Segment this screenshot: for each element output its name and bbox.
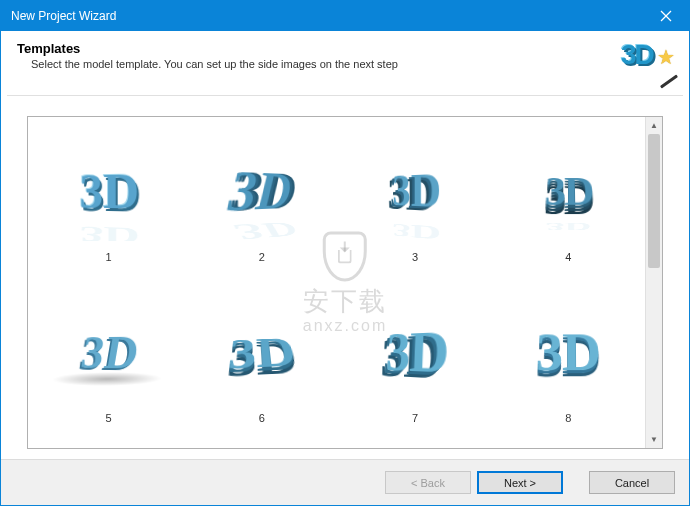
wizard-window: New Project Wizard Templates Select the … bbox=[0, 0, 690, 506]
cancel-button[interactable]: Cancel bbox=[589, 471, 675, 494]
content-area: 3D 3D 1 3D 3D 2 3D 3D bbox=[1, 96, 689, 459]
template-label: 2 bbox=[259, 251, 265, 263]
titlebar: New Project Wizard bbox=[1, 1, 689, 31]
wand-icon bbox=[660, 75, 678, 89]
wizard-header: Templates Select the model template. You… bbox=[1, 31, 689, 95]
template-label: 7 bbox=[412, 412, 418, 424]
template-label: 5 bbox=[106, 412, 112, 424]
template-item-7[interactable]: 3D 7 bbox=[339, 283, 492, 445]
template-item-5[interactable]: 3D 5 bbox=[32, 283, 185, 445]
template-preview-icon: 3D bbox=[385, 319, 449, 387]
template-item-6[interactable]: 3D 6 bbox=[185, 283, 338, 445]
template-thumb: 3D 3D bbox=[350, 141, 480, 241]
template-reflection: 3D bbox=[545, 220, 593, 232]
scroll-down-arrow-icon[interactable]: ▼ bbox=[646, 431, 662, 448]
template-reflection: 3D bbox=[233, 217, 298, 241]
scroll-thumb[interactable] bbox=[648, 134, 660, 268]
template-label: 4 bbox=[565, 251, 571, 263]
header-text: Templates Select the model template. You… bbox=[17, 39, 398, 70]
template-thumb: 3D bbox=[197, 302, 327, 402]
template-thumb: 3D bbox=[44, 302, 174, 402]
template-thumb: 3D 3D bbox=[197, 141, 327, 241]
template-preview-icon: 3D bbox=[225, 330, 301, 381]
window-title: New Project Wizard bbox=[11, 9, 116, 23]
template-shadow bbox=[47, 372, 167, 386]
template-label: 6 bbox=[259, 412, 265, 424]
close-icon bbox=[660, 10, 672, 22]
star-icon: ★ bbox=[657, 45, 675, 69]
scroll-track[interactable] bbox=[646, 134, 662, 431]
template-thumb: 3D bbox=[350, 302, 480, 402]
template-preview-icon: 3D bbox=[226, 158, 293, 225]
threed-logo-icon: 3D bbox=[621, 39, 653, 70]
template-item-2[interactable]: 3D 3D 2 bbox=[185, 121, 338, 283]
scroll-up-arrow-icon[interactable]: ▲ bbox=[646, 117, 662, 134]
template-item-3[interactable]: 3D 3D 3 bbox=[339, 121, 492, 283]
template-thumb: 3D bbox=[503, 302, 633, 402]
wizard-footer: < Back Next > Cancel bbox=[1, 459, 689, 505]
template-reflection: 3D bbox=[49, 221, 174, 241]
template-preview-icon: 3D bbox=[80, 161, 140, 221]
template-label: 3 bbox=[412, 251, 418, 263]
template-label: 8 bbox=[565, 412, 571, 424]
template-label: 1 bbox=[106, 251, 112, 263]
next-button[interactable]: Next > bbox=[477, 471, 563, 494]
back-button: < Back bbox=[385, 471, 471, 494]
close-button[interactable] bbox=[643, 1, 689, 31]
template-item-4[interactable]: 3D 3D 4 bbox=[492, 121, 645, 283]
vertical-scrollbar[interactable]: ▲ ▼ bbox=[645, 117, 662, 448]
template-thumb: 3D 3D bbox=[503, 141, 633, 241]
template-reflection: 3D bbox=[392, 220, 441, 241]
template-thumb: 3D 3D bbox=[44, 141, 174, 241]
template-preview-icon: 3D bbox=[543, 169, 593, 215]
header-title: Templates bbox=[17, 41, 398, 56]
template-item-1[interactable]: 3D 3D 1 bbox=[32, 121, 185, 283]
template-preview-icon: 3D bbox=[536, 322, 602, 383]
template-grid: 3D 3D 1 3D 3D 2 3D 3D bbox=[28, 117, 645, 448]
template-item-8[interactable]: 3D 8 bbox=[492, 283, 645, 445]
wizard-icon: 3D ★ bbox=[621, 39, 673, 87]
header-subtitle: Select the model template. You can set u… bbox=[17, 58, 398, 70]
template-preview-icon: 3D bbox=[392, 162, 441, 219]
template-list-frame: 3D 3D 1 3D 3D 2 3D 3D bbox=[27, 116, 663, 449]
